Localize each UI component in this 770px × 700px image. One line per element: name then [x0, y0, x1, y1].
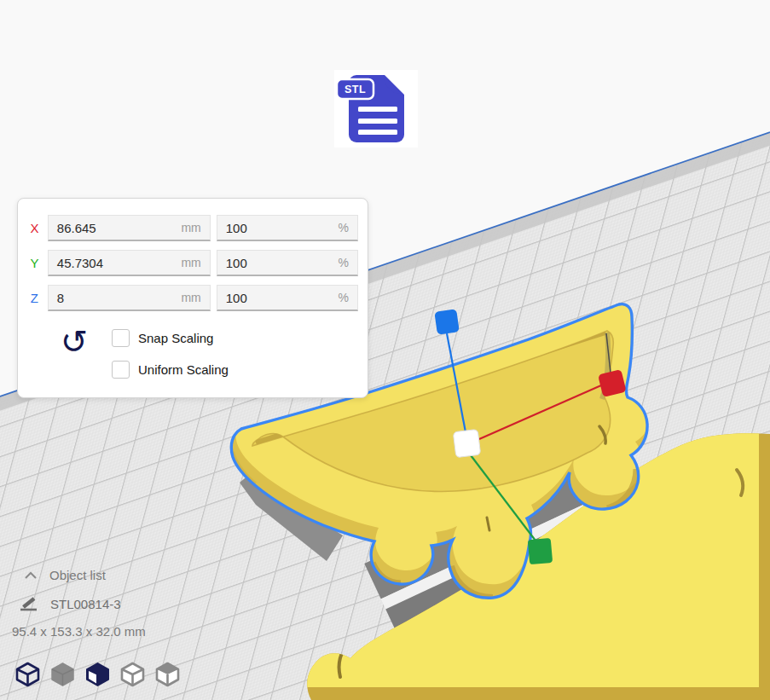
scale-y-mm-unit: mm [181, 256, 200, 269]
uniform-scaling-option[interactable]: Uniform Scaling [112, 361, 229, 379]
object-dimensions: 95.4 x 153.3 x 32.0 mm [12, 624, 234, 639]
scale-z-percent-field[interactable]: 100 % [217, 285, 358, 311]
scale-x-percent-field[interactable]: 100 % [217, 215, 358, 241]
snap-scaling-label: Snap Scaling [138, 331, 213, 345]
reset-scale-icon: ↺ [61, 323, 88, 361]
front-view-button[interactable] [48, 660, 77, 691]
stl-document-icon: STL [334, 70, 418, 148]
object-list-title: Object list [49, 568, 106, 582]
axis-z-label: Z [27, 291, 42, 305]
stl-badge-label: STL [344, 84, 366, 95]
reset-scale-button[interactable]: ↺ [55, 323, 93, 361]
axis-y-label: Y [27, 256, 42, 270]
scale-y-mm-value: 45.7304 [57, 256, 103, 270]
object-list-header[interactable]: Object list [12, 568, 234, 582]
scale-x-percent-unit: % [339, 221, 349, 234]
scale-handle-z[interactable] [434, 309, 460, 334]
object-name: STL00814-3 [50, 597, 121, 611]
scale-z-percent-value: 100 [226, 291, 247, 305]
stl-file-icon: STL [334, 70, 418, 148]
snap-scaling-option[interactable]: Snap Scaling [112, 329, 213, 347]
scale-tool-panel: X 86.645 mm 100 % Y 45.7304 mm 100 % Z [17, 198, 368, 398]
camera-view-toolbar [13, 660, 182, 691]
scale-x-mm-unit: mm [181, 221, 200, 234]
scale-x-percent-value: 100 [226, 221, 247, 235]
left-view-icon [119, 660, 147, 688]
scale-z-percent-unit: % [339, 291, 349, 304]
front-view-icon [49, 660, 77, 688]
scale-x-mm-value: 86.645 [57, 221, 96, 235]
scale-row-x: X 86.645 mm 100 % [27, 215, 358, 241]
right-view-icon [153, 660, 182, 688]
snap-scaling-checkbox[interactable] [112, 329, 130, 347]
3d-view-icon [14, 660, 42, 688]
top-view-button[interactable] [83, 660, 112, 691]
cura-3d-viewport: X 86.645 mm 100 % Y 45.7304 mm 100 % Z [0, 0, 770, 700]
chevron-up-icon [23, 570, 38, 581]
object-list-panel: Object list STL00814-3 95.4 x 153.3 x 32… [12, 568, 234, 639]
uniform-scaling-label: Uniform Scaling [138, 362, 229, 377]
scale-row-z: Z 8 mm 100 % [27, 285, 358, 311]
scale-y-percent-field[interactable]: 100 % [217, 250, 358, 276]
uniform-scaling-checkbox[interactable] [112, 361, 130, 379]
scale-y-percent-value: 100 [226, 256, 247, 270]
scale-y-mm-field[interactable]: 45.7304 mm [48, 250, 211, 276]
scale-y-percent-unit: % [339, 256, 349, 269]
scale-handle-y[interactable] [528, 538, 553, 564]
scale-z-mm-value: 8 [57, 291, 64, 305]
on-buildplate-icon [18, 594, 40, 613]
axis-x-label: X [27, 221, 42, 235]
scale-z-mm-field[interactable]: 8 mm [48, 285, 211, 311]
scale-row-y: Y 45.7304 mm 100 % [27, 250, 358, 276]
scale-z-mm-unit: mm [181, 291, 200, 304]
scale-handle-uniform[interactable] [453, 429, 480, 457]
left-view-button[interactable] [118, 660, 147, 691]
top-view-icon [84, 660, 112, 688]
3d-view-button[interactable] [13, 660, 42, 691]
right-view-button[interactable] [153, 660, 182, 691]
object-list-item[interactable]: STL00814-3 [12, 594, 234, 613]
scale-x-mm-field[interactable]: 86.645 mm [48, 215, 211, 241]
